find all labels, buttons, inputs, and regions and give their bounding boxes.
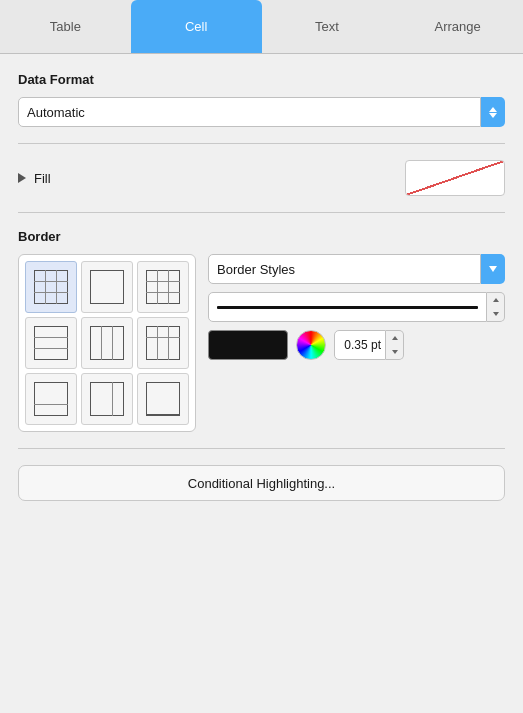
- border-cell-all-inner[interactable]: [25, 261, 77, 313]
- border-styles-label: Border Styles: [217, 262, 295, 277]
- border-icon-right: [90, 382, 124, 416]
- border-icon-inner-v: [90, 326, 124, 360]
- triangle-right-icon: [18, 173, 26, 183]
- arrow-down-single-icon: [489, 266, 497, 272]
- pt-spinners[interactable]: [386, 330, 404, 360]
- border-controls: Border Styles: [18, 254, 505, 432]
- border-icon-inner-hv: [146, 326, 180, 360]
- border-cell-right[interactable]: [81, 373, 133, 425]
- border-icon-left: [34, 382, 68, 416]
- color-wheel-button[interactable]: [296, 330, 326, 360]
- border-right-controls: Border Styles: [208, 254, 505, 360]
- line-preview[interactable]: [208, 292, 487, 322]
- border-cell-all[interactable]: [137, 261, 189, 313]
- border-styles-arrow[interactable]: [481, 254, 505, 284]
- divider-1: [18, 143, 505, 144]
- border-icon-all-inner: [34, 270, 68, 304]
- data-format-value: Automatic: [27, 105, 85, 120]
- border-styles-dropdown[interactable]: Border Styles: [208, 254, 481, 284]
- arrow-down-icon: [489, 113, 497, 118]
- border-section: Border: [18, 229, 505, 432]
- line-thickness-row: [208, 292, 505, 322]
- tab-text[interactable]: Text: [262, 0, 393, 53]
- border-icon-all: [146, 270, 180, 304]
- border-cell-inner-h[interactable]: [25, 317, 77, 369]
- data-format-arrows[interactable]: [481, 97, 505, 127]
- tab-arrange[interactable]: Arrange: [392, 0, 523, 53]
- line-up-icon[interactable]: [487, 293, 504, 307]
- line-preview-inner: [217, 306, 478, 309]
- fill-label: Fill: [34, 171, 51, 186]
- content-area: Data Format Automatic Fill Border: [0, 54, 523, 519]
- color-swatch-button[interactable]: [208, 330, 288, 360]
- pt-spin-up-icon[interactable]: [386, 331, 403, 345]
- data-format-dropdown[interactable]: Automatic: [18, 97, 481, 127]
- fill-swatch-line: [406, 161, 504, 195]
- fill-swatch[interactable]: [405, 160, 505, 196]
- divider-2: [18, 212, 505, 213]
- border-cell-inner-hv[interactable]: [137, 317, 189, 369]
- tab-table[interactable]: Table: [0, 0, 131, 53]
- border-cell-inner-v[interactable]: [81, 317, 133, 369]
- fill-row: Fill: [18, 160, 505, 196]
- border-icon-outer: [90, 270, 124, 304]
- divider-3: [18, 448, 505, 449]
- line-thickness-spinners[interactable]: [487, 292, 505, 322]
- data-format-row: Automatic: [18, 97, 505, 127]
- arrow-up-icon: [489, 107, 497, 112]
- color-pt-row: 0.35 pt: [208, 330, 505, 360]
- pt-spin-down-icon[interactable]: [386, 345, 403, 359]
- pt-value: 0.35 pt: [344, 338, 381, 352]
- border-label: Border: [18, 229, 505, 244]
- border-cell-bottom[interactable]: [137, 373, 189, 425]
- data-format-label: Data Format: [18, 72, 505, 87]
- border-icon-inner-h: [34, 326, 68, 360]
- border-icon-bottom: [146, 382, 180, 416]
- pt-input-row: 0.35 pt: [334, 330, 404, 360]
- fill-toggle[interactable]: Fill: [18, 171, 51, 186]
- line-down-icon[interactable]: [487, 307, 504, 321]
- border-styles-row: Border Styles: [208, 254, 505, 284]
- border-cell-left[interactable]: [25, 373, 77, 425]
- conditional-highlighting-button[interactable]: Conditional Highlighting...: [18, 465, 505, 501]
- border-grid: [18, 254, 196, 432]
- border-cell-outer[interactable]: [81, 261, 133, 313]
- pt-input[interactable]: 0.35 pt: [334, 330, 386, 360]
- tab-cell[interactable]: Cell: [131, 0, 262, 53]
- tab-bar: Table Cell Text Arrange: [0, 0, 523, 54]
